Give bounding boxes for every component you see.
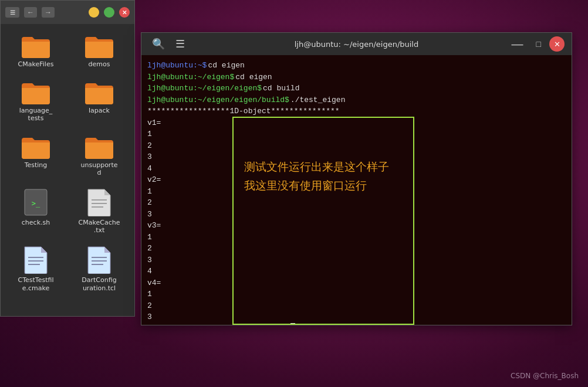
list-item[interactable]: >_ check.sh xyxy=(6,185,65,237)
folder-icon xyxy=(21,33,51,58)
terminal-output: 2 xyxy=(147,197,152,209)
file-manager-menu-button[interactable]: ☰ xyxy=(5,7,19,18)
file-manager-titlebar: ☰ ← → ✕ xyxy=(1,1,134,24)
terminal-line: 3 xyxy=(147,209,566,220)
folder-icon xyxy=(21,80,51,104)
file-manager-content: CMakeFiles demos language_tests lapack xyxy=(1,24,134,316)
terminal-line: 2 xyxy=(147,243,566,254)
terminal-titlebar: 🔍 ☰ ljh@ubuntu: ~/eigen/eigen/build — □ … xyxy=(141,33,572,55)
terminal-prompt: ljh@ubuntu:~/eigen/eigen/build$ xyxy=(147,323,289,325)
watermark: CSDN @Chris_Bosh xyxy=(511,372,579,380)
terminal-line: 2 xyxy=(147,140,566,152)
file-item-label: CMakeFiles xyxy=(18,60,54,68)
terminal-maximize-button[interactable]: □ xyxy=(532,38,546,50)
folder-icon xyxy=(21,134,51,159)
terminal-output: 1 xyxy=(147,186,152,198)
terminal-output: ******************1D-object*************… xyxy=(147,106,340,117)
file-item-label: check.sh xyxy=(22,219,50,226)
terminal-line: 1 xyxy=(147,186,566,198)
terminal-output: 3 xyxy=(147,151,152,163)
terminal-line: v1= xyxy=(147,117,566,129)
terminal-output: 2 xyxy=(147,243,152,254)
terminal-line: ljh@ubuntu:~$ cd eigen xyxy=(147,60,566,72)
list-item[interactable]: CMakeCache.txt xyxy=(70,185,129,237)
terminal-line: 4 xyxy=(147,163,566,175)
terminal-output: 2 xyxy=(147,140,152,152)
file-item-label: DartConfiguration.tcl xyxy=(82,276,116,291)
terminal-line: 1 xyxy=(147,128,566,140)
terminal-command: ./test_eigen xyxy=(290,94,346,106)
file-manager-minimize-button[interactable] xyxy=(89,7,99,18)
file-manager-back-button[interactable]: ← xyxy=(24,7,37,18)
terminal-line: ljh@ubuntu:~/eigen$ cd eigen xyxy=(147,72,566,83)
terminal-output: 1 xyxy=(147,288,152,300)
terminal-line: 2 xyxy=(147,300,566,312)
file-manager-close-button[interactable]: ✕ xyxy=(119,7,130,18)
terminal-line: ljh@ubuntu:~/eigen/eigen$ cd build xyxy=(147,83,566,94)
terminal-menu-button[interactable]: ☰ xyxy=(172,36,188,52)
list-item[interactable]: unsupported xyxy=(70,131,129,180)
file-manager-window: ☰ ← → ✕ CMakeFiles demos language_tes xyxy=(0,0,135,317)
terminal-line: 3 xyxy=(147,254,566,266)
file-item-label: demos xyxy=(89,60,110,68)
terminal-line: 3 xyxy=(147,151,566,163)
terminal-prompt: ljh@ubuntu:~$ xyxy=(147,60,207,72)
folder-icon xyxy=(84,134,114,159)
list-item[interactable]: Testing xyxy=(6,131,65,180)
list-item[interactable]: CMakeFiles xyxy=(6,30,65,72)
folder-icon xyxy=(84,80,114,104)
list-item[interactable]: lapack xyxy=(70,76,129,125)
list-item[interactable]: DartConfiguration.tcl xyxy=(70,242,129,295)
folder-icon xyxy=(84,33,114,58)
terminal-minimize-button[interactable]: — xyxy=(507,37,528,51)
terminal-cursor xyxy=(290,323,295,325)
terminal-body[interactable]: ljh@ubuntu:~$ cd eigen ljh@ubuntu:~/eige… xyxy=(141,55,572,325)
tcl-file-icon xyxy=(87,246,111,274)
terminal-line: v3= xyxy=(147,220,566,232)
terminal-search-button[interactable]: 🔍 xyxy=(148,36,168,52)
terminal-command: cd eigen xyxy=(235,72,272,83)
terminal-window: 🔍 ☰ ljh@ubuntu: ~/eigen/eigen/build — □ … xyxy=(141,32,572,325)
terminal-command: cd build xyxy=(263,83,299,94)
terminal-output: 3 xyxy=(147,209,152,220)
list-item[interactable]: language_tests xyxy=(6,76,65,125)
file-item-label: Testing xyxy=(25,161,48,169)
terminal-output: v3= xyxy=(147,220,161,232)
terminal-line: ******************1D-object*************… xyxy=(147,106,566,117)
terminal-output: 2 xyxy=(147,300,152,312)
cmake-file-icon xyxy=(23,246,48,274)
text-file-icon xyxy=(87,188,111,216)
terminal-output: 3 xyxy=(147,254,152,266)
terminal-command: cd eigen xyxy=(208,60,244,72)
file-item-label: CMakeCache.txt xyxy=(79,219,120,234)
file-item-label: lapack xyxy=(89,107,110,114)
file-manager-maximize-button[interactable] xyxy=(104,7,114,18)
file-item-label: CTestTestfile.cmake xyxy=(18,276,54,291)
terminal-close-button[interactable]: ✕ xyxy=(549,36,565,52)
terminal-line: 1 xyxy=(147,288,566,300)
list-item[interactable]: CTestTestfile.cmake xyxy=(6,242,65,295)
terminal-output: 3 xyxy=(147,311,152,323)
terminal-output: v4= xyxy=(147,277,161,289)
terminal-title: ljh@ubuntu: ~/eigen/eigen/build xyxy=(295,40,418,49)
terminal-prompt: ljh@ubuntu:~/eigen/eigen$ xyxy=(147,83,262,94)
svg-text:>_: >_ xyxy=(32,199,40,208)
script-icon: >_ xyxy=(23,188,48,216)
list-item[interactable]: demos xyxy=(70,30,129,72)
file-item-label: unsupported xyxy=(81,161,118,176)
terminal-output: 4 xyxy=(147,163,152,175)
terminal-line: 1 xyxy=(147,232,566,243)
terminal-output: 1 xyxy=(147,128,152,140)
file-item-label: language_tests xyxy=(19,107,53,122)
terminal-line: 4 xyxy=(147,266,566,277)
terminal-prompt: ljh@ubuntu:~/eigen/eigen/build$ xyxy=(147,94,289,106)
terminal-line: ljh@ubuntu:~/eigen/eigen/build$ xyxy=(147,323,566,325)
terminal-prompt: ljh@ubuntu:~/eigen$ xyxy=(147,72,234,83)
terminal-line: 3 xyxy=(147,311,566,323)
terminal-line: ljh@ubuntu:~/eigen/eigen/build$ ./test_e… xyxy=(147,94,566,106)
terminal-output: 4 xyxy=(147,266,152,277)
terminal-output: 1 xyxy=(147,232,152,243)
terminal-output: v1= xyxy=(147,117,161,129)
file-manager-forward-button[interactable]: → xyxy=(42,7,55,18)
terminal-line: 2 xyxy=(147,197,566,209)
